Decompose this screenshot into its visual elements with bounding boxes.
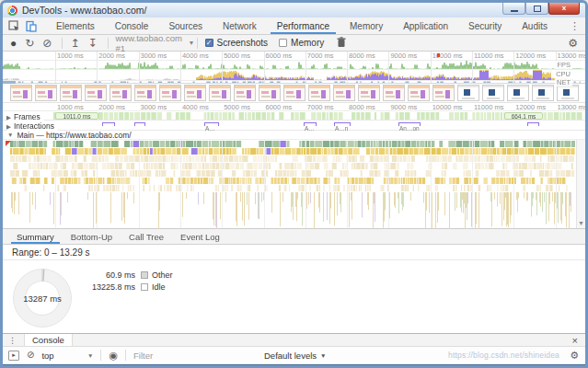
gridline (513, 140, 514, 228)
collapse-triangle-icon[interactable]: ▼ (7, 132, 13, 138)
tab-memory[interactable]: Memory (340, 17, 393, 34)
filmstrip-thumbnail[interactable] (457, 85, 479, 101)
profile-select[interactable]: www.taobao.com #1 ▼ (116, 33, 195, 53)
tab-sources[interactable]: Sources (158, 17, 213, 34)
console-settings-gear-icon[interactable]: ⚙ (570, 350, 579, 362)
memory-checkbox-label[interactable]: Memory (291, 38, 324, 48)
filmstrip-thumbnail[interactable] (35, 85, 57, 101)
overview-tick-label: 11000 ms (474, 52, 503, 60)
main-thread-track-header[interactable]: ▼ Main — https://www.taobao.com/ (3, 131, 585, 140)
filmstrip-thumbnail[interactable] (507, 85, 529, 101)
filmstrip-thumbnail[interactable] (358, 85, 380, 101)
filmstrip-thumbnail[interactable] (283, 85, 306, 101)
device-toolbar-icon[interactable] (24, 19, 37, 32)
interaction-marker-label: A…n (335, 125, 348, 132)
timeline-overview[interactable]: 1000 ms2000 ms3000 ms4000 ms5000 ms6000 … (3, 52, 585, 84)
frame-duration-badge[interactable]: 664.1 ms (504, 112, 543, 120)
clear-console-icon[interactable]: ⊘ (27, 351, 34, 360)
screenshots-filmstrip[interactable] (3, 84, 585, 103)
tab-console[interactable]: Console (105, 17, 159, 34)
console-sidebar-toggle-icon[interactable]: ▸ (8, 351, 19, 361)
net-lane-label: NET (555, 78, 572, 86)
interaction-marker[interactable] (134, 122, 145, 126)
expand-triangle-icon[interactable]: ▶ (6, 123, 11, 130)
filmstrip-thumbnail[interactable] (85, 85, 107, 101)
interactions-track[interactable]: ▶Interactions A…A…A…nAn…on (3, 121, 585, 131)
fps-lane[interactable]: FPS (3, 60, 585, 69)
interaction-marker-label: A… (305, 125, 315, 132)
frame-duration-badge[interactable]: 1011.0 ms (55, 112, 98, 120)
screenshots-checkbox-label[interactable]: Screenshots (217, 38, 269, 48)
console-filter-input[interactable] (133, 351, 244, 361)
track-ruler[interactable]: 1000 ms2000 ms3000 ms4000 ms5000 ms6000 … (3, 103, 585, 111)
detail-tab-event-log[interactable]: Event Log (172, 229, 228, 244)
scroll-down-arrow-icon[interactable]: ▼ (577, 219, 585, 228)
capture-settings-gear-icon[interactable]: ⚙ (568, 37, 578, 50)
flame-chart[interactable]: ▼ (3, 140, 585, 229)
screenshots-checkbox[interactable]: ✓ (205, 39, 213, 47)
inspect-element-icon[interactable] (7, 19, 20, 32)
gridline (222, 52, 223, 83)
live-expression-eye-icon[interactable]: ◉ (109, 351, 118, 361)
filmstrip-thumbnail[interactable] (482, 85, 504, 101)
detail-tab-call-tree[interactable]: Call Tree (121, 229, 172, 244)
filmstrip-thumbnail[interactable] (60, 85, 82, 101)
gridline (222, 140, 223, 228)
filmstrip-thumbnail[interactable] (159, 85, 181, 101)
tab-audits[interactable]: Audits (512, 17, 558, 34)
filmstrip-thumbnail[interactable] (259, 85, 281, 101)
filmstrip-thumbnail[interactable] (532, 85, 554, 101)
minimize-button[interactable] (502, 3, 525, 15)
drawer-close-icon[interactable]: × (572, 335, 578, 346)
drawer-menu-icon[interactable]: ⋮ (8, 336, 17, 345)
record-button[interactable]: ● (10, 38, 17, 49)
gridline (97, 52, 98, 83)
clear-recording-button[interactable]: ⊘ (42, 38, 52, 49)
track-tick-label: 9000 ms (390, 103, 417, 111)
save-profile-icon[interactable]: ↧ (87, 38, 97, 49)
filmstrip-thumbnail[interactable] (209, 85, 231, 101)
execution-context-select[interactable]: top ▼ (41, 351, 93, 361)
flame-scrollbar[interactable]: ▼ (576, 140, 585, 228)
frames-track-label: Frames (14, 112, 40, 121)
interaction-marker[interactable] (102, 122, 115, 126)
tab-application[interactable]: Application (393, 17, 458, 34)
tab-network[interactable]: Network (213, 17, 267, 34)
frames-track[interactable]: ▶Frames 1011.0 ms 664.1 ms (3, 111, 585, 121)
expand-triangle-icon[interactable]: ▶ (6, 114, 11, 121)
detail-tabs: SummaryBottom-UpCall TreeEvent Log (3, 229, 585, 245)
filmstrip-thumbnail[interactable] (383, 85, 405, 101)
chrome-logo-icon (7, 6, 17, 16)
tab-security[interactable]: Security (458, 17, 512, 34)
cpu-lane[interactable]: CPU (3, 69, 585, 80)
interaction-marker[interactable] (527, 122, 539, 126)
filmstrip-thumbnail[interactable] (333, 85, 355, 101)
filmstrip-thumbnail[interactable] (184, 85, 206, 101)
detail-tab-bottom-up[interactable]: Bottom-Up (63, 229, 121, 244)
log-levels-select[interactable]: Default levels ▼ (264, 351, 326, 361)
reload-and-record-button[interactable]: ↻ (25, 38, 34, 49)
load-profile-icon[interactable]: ↥ (70, 38, 79, 49)
gridline (55, 140, 56, 228)
filmstrip-thumbnail[interactable] (134, 85, 156, 101)
filmstrip-thumbnail[interactable] (234, 85, 256, 101)
garbage-collect-icon[interactable] (337, 37, 346, 50)
maximize-button[interactable] (525, 3, 548, 15)
filmstrip-thumbnail[interactable] (308, 85, 330, 101)
filmstrip-thumbnail[interactable] (557, 85, 579, 101)
tab-performance[interactable]: Performance (267, 17, 340, 34)
filmstrip-thumbnail[interactable] (408, 85, 430, 101)
filmstrip-thumbnail[interactable] (432, 85, 455, 101)
more-options-icon[interactable]: ⋮ (570, 20, 580, 32)
track-tick-label: 3000 ms (141, 103, 167, 111)
close-button[interactable]: x (548, 3, 580, 15)
overview-tick-label: 8000 ms (349, 52, 375, 60)
detail-tab-summary[interactable]: Summary (8, 229, 63, 244)
filmstrip-thumbnail[interactable] (110, 85, 132, 101)
title-bar[interactable]: DevTools - www.taobao.com/ x (3, 3, 585, 17)
tab-elements[interactable]: Elements (46, 17, 105, 34)
filmstrip-thumbnail[interactable] (10, 85, 32, 101)
drawer-tab-console[interactable]: Console (24, 334, 73, 346)
memory-checkbox[interactable] (279, 39, 287, 47)
fps-lane-label: FPS (555, 61, 572, 69)
